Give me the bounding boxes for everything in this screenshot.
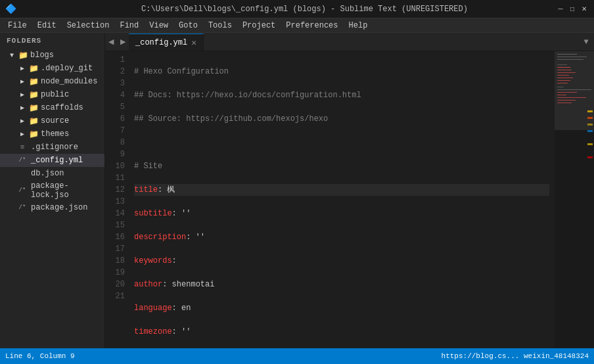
file-icon-package-lock: /* <box>17 185 28 196</box>
code-token: : 枫 <box>158 184 175 196</box>
code-token: # Hexo Configuration <box>134 66 229 78</box>
code-container: 12345 678910 1112131415 1617181920 21 # … <box>105 51 594 348</box>
code-token: ## Source: https://github.com/hexojs/hex… <box>134 113 328 125</box>
code-line-4 <box>134 137 549 148</box>
close-button[interactable]: ✕ <box>580 5 589 14</box>
code-line-9: keywords: <box>134 255 549 267</box>
svg-rect-24 <box>587 156 593 158</box>
sidebar-item-scaffolds[interactable]: ▶ 📁 scaffolds <box>0 101 104 114</box>
svg-rect-19 <box>587 110 593 112</box>
minimap <box>555 51 594 348</box>
tab-label-config-yml: _config.yml <box>135 38 187 47</box>
code-token: : en <box>172 302 191 314</box>
code-token: subtitle <box>134 208 172 219</box>
chevron-right-icon5: ▶ <box>17 116 28 126</box>
file-label-package-lock: package-lock.jso <box>31 181 104 200</box>
folder-label-node: node_modules <box>41 77 97 86</box>
tab-bar: ◀ ▶ _config.yml ✕ ▼ <box>105 33 594 51</box>
menu-bar: File Edit Selection Find View Goto Tools… <box>0 18 594 33</box>
folder-icon-node: 📁 <box>29 77 39 87</box>
chevron-right-icon6: ▶ <box>17 129 28 139</box>
code-token: language <box>134 302 172 314</box>
sidebar-header: FOLDERS <box>0 33 104 49</box>
folder-label-scaffolds: scaffolds <box>41 103 83 112</box>
tab-prev-button[interactable]: ◀ <box>105 33 117 51</box>
sidebar-item-node-modules[interactable]: ▶ 📁 node_modules <box>0 75 104 88</box>
folder-icon-themes: 📁 <box>29 129 39 139</box>
file-icon-config-yml: /* <box>17 155 28 166</box>
app-icon: 🔷 <box>5 3 16 14</box>
code-editor[interactable]: # Hexo Configuration ## Docs: https://he… <box>129 51 555 348</box>
code-token: : shenmotai <box>162 279 214 290</box>
sidebar-item-db-json[interactable]: db.json <box>0 167 104 180</box>
tab-config-yml[interactable]: _config.yml ✕ <box>129 34 204 51</box>
code-token: # Site <box>134 160 162 172</box>
folder-icon-deploy: 📁 <box>29 64 39 74</box>
folder-icon-source: 📁 <box>29 116 39 126</box>
code-token: : '' <box>172 208 191 219</box>
menu-edit[interactable]: Edit <box>32 20 62 32</box>
menu-view[interactable]: View <box>144 20 173 32</box>
code-token: : <box>172 255 177 267</box>
chevron-right-icon4: ▶ <box>17 102 28 113</box>
code-line-12: timezone: '' <box>134 326 549 338</box>
file-label-package-json: package.json <box>31 203 87 212</box>
menu-help[interactable]: Help <box>344 20 373 32</box>
sidebar-item-deploy-git[interactable]: ▶ 📁 .deploy_git <box>0 62 104 75</box>
menu-find[interactable]: Find <box>114 20 144 32</box>
sidebar-item-gitignore[interactable]: ≡ .gitignore <box>0 141 104 154</box>
code-token: : '' <box>172 326 191 338</box>
editor-area: ◀ ▶ _config.yml ✕ ▼ 12345 678910 1112131… <box>105 33 594 348</box>
code-token: author <box>134 279 162 290</box>
sidebar-item-themes[interactable]: ▶ 📁 themes <box>0 127 104 141</box>
code-token: keywords <box>134 255 172 267</box>
menu-preferences[interactable]: Preferences <box>281 20 343 32</box>
sidebar-item-public[interactable]: ▶ 📁 public <box>0 88 104 101</box>
status-position: Line 6, Column 9 <box>5 352 75 360</box>
chevron-down-icon: ▼ <box>7 50 17 60</box>
file-label-db-json: db.json <box>31 169 64 178</box>
status-bar: Line 6, Column 9 https://blog.cs... weix… <box>0 348 594 364</box>
svg-rect-23 <box>587 143 593 145</box>
folder-label-source: source <box>41 116 69 125</box>
sidebar-item-source[interactable]: ▶ 📁 source <box>0 114 104 127</box>
code-token: : '' <box>186 231 205 243</box>
sidebar: FOLDERS ▼ 📁 blogs ▶ 📁 .deploy_git ▶ 📁 no… <box>0 33 105 348</box>
folder-label-themes: themes <box>41 129 69 139</box>
minimize-button[interactable]: ─ <box>556 5 565 14</box>
code-line-1: # Hexo Configuration <box>134 66 549 78</box>
sidebar-item-config-yml[interactable]: /* _config.yml <box>0 154 104 167</box>
tab-close-config-yml[interactable]: ✕ <box>191 37 196 48</box>
code-token: timezone <box>134 326 172 338</box>
sidebar-item-blogs[interactable]: ▼ 📁 blogs <box>0 49 104 62</box>
code-line-2: ## Docs: https://hexo.io/docs/configurat… <box>134 89 549 101</box>
svg-rect-22 <box>587 130 593 132</box>
menu-tools[interactable]: Tools <box>203 20 237 32</box>
chevron-right-icon: ▶ <box>17 63 28 74</box>
menu-project[interactable]: Project <box>237 20 281 32</box>
status-url: https://blog.cs... weixin_48148324 <box>442 352 589 360</box>
svg-rect-20 <box>587 117 593 119</box>
folder-icon-scaffolds: 📁 <box>29 103 39 113</box>
code-token: title <box>134 184 158 196</box>
menu-goto[interactable]: Goto <box>173 20 203 32</box>
file-label-config-yml: _config.yml <box>31 156 83 165</box>
tab-next-button[interactable]: ▶ <box>117 33 129 51</box>
sidebar-item-package-lock[interactable]: /* package-lock.jso <box>0 180 104 201</box>
minimap-svg <box>555 51 594 348</box>
code-line-5: # Site <box>134 160 549 172</box>
file-icon-gitignore: ≡ <box>17 142 28 152</box>
folder-icon-blogs: 📁 <box>18 51 28 60</box>
menu-selection[interactable]: Selection <box>62 20 115 32</box>
folder-icon-public: 📁 <box>29 90 39 100</box>
menu-file[interactable]: File <box>3 20 32 32</box>
code-token: description <box>134 231 186 243</box>
line-numbers: 12345 678910 1112131415 1617181920 21 <box>105 51 129 348</box>
tab-overflow-button[interactable]: ▼ <box>578 33 594 51</box>
file-icon-package-json: /* <box>17 202 28 213</box>
sidebar-item-package-json[interactable]: /* package.json <box>0 201 104 214</box>
title-bar: 🔷 C:\Users\Dell\blogs\_config.yml (blogs… <box>0 0 594 18</box>
code-line-6: title: 枫 <box>134 184 549 196</box>
maximize-button[interactable]: □ <box>568 5 577 14</box>
chevron-right-icon3: ▶ <box>17 89 28 100</box>
